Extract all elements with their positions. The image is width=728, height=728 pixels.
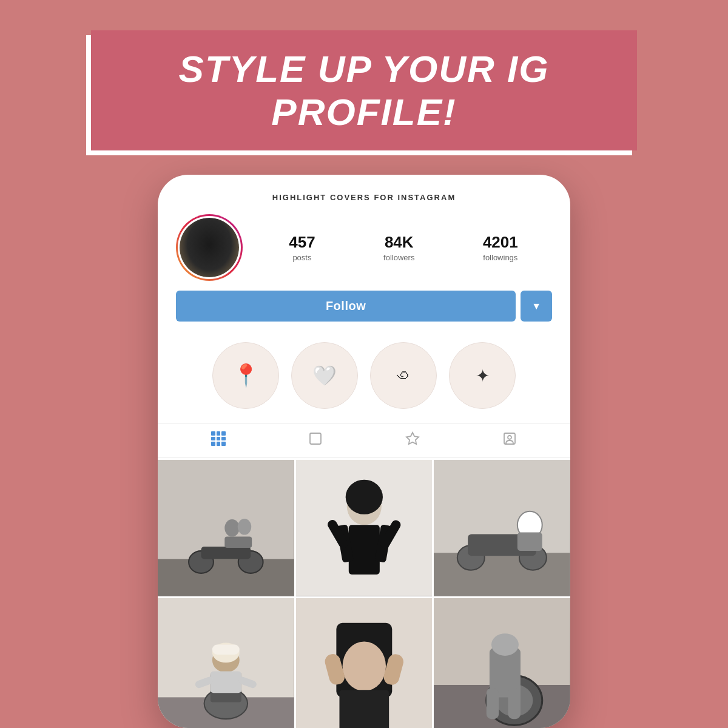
tab-reels[interactable] [308,431,323,450]
followers-label: followers [383,253,414,262]
svg-rect-32 [211,671,241,693]
grid-icon [211,431,226,446]
followings-label: followings [483,253,518,262]
tab-tagged[interactable] [405,431,420,450]
grid-photo-2[interactable] [296,460,433,596]
highlight-location[interactable]: 📍 [212,342,279,409]
svg-point-10 [238,519,251,535]
plant-icon: ꩜ [394,365,413,386]
svg-rect-21 [434,553,570,596]
followings-count: 4201 [483,233,518,252]
profile-header: HIGHLIGHT COVERS FOR INSTAGRAM 457 posts… [158,175,570,281]
followers-count: 84K [383,233,414,252]
tab-bar [158,423,570,458]
banner: STYLE UP YOUR IG PROFILE! [91,30,637,150]
svg-point-9 [224,519,240,537]
highlight-covers-label: HIGHLIGHT COVERS FOR INSTAGRAM [176,193,552,202]
grid-photo-5[interactable] [296,598,433,728]
avatar-photo [180,218,239,277]
svg-point-48 [491,633,519,656]
svg-rect-0 [310,433,321,444]
svg-rect-42 [339,690,389,728]
svg-rect-8 [201,547,251,559]
banner-title: STYLE UP YOUR IG PROFILE! [179,48,550,133]
svg-point-39 [342,641,385,691]
follow-button[interactable]: Follow [176,291,516,322]
tab-profile[interactable] [502,431,517,450]
profile-info-row: 457 posts 84K followers 4201 followings [176,214,552,281]
photo-grid [158,460,570,728]
grid-photo-3[interactable] [434,460,570,596]
svg-point-14 [345,480,382,514]
posts-label: posts [289,253,315,262]
avatar-container [176,214,243,281]
stat-followers: 84K followers [383,233,414,262]
phone-mockup: HIGHLIGHT COVERS FOR INSTAGRAM 457 posts… [158,175,570,728]
stats-row: 457 posts 84K followers 4201 followings [255,233,552,262]
dropdown-button[interactable]: ▼ [521,291,552,322]
svg-rect-15 [348,525,379,575]
svg-rect-34 [212,644,240,654]
stat-followings: 4201 followings [483,233,518,262]
highlights-row: 📍 🤍 ꩜ ✦ [158,336,570,423]
heart-icon: 🤍 [312,364,337,387]
highlight-heart[interactable]: 🤍 [291,342,358,409]
grid-photo-6[interactable] [434,598,570,728]
svg-marker-1 [406,433,419,444]
follow-row: Follow ▼ [158,291,570,322]
banner-wrapper: STYLE UP YOUR IG PROFILE! [91,30,637,150]
svg-rect-50 [508,688,521,719]
tab-grid[interactable] [211,431,226,450]
svg-rect-5 [158,559,294,596]
highlight-sparkle[interactable]: ✦ [449,342,516,409]
svg-rect-49 [487,688,499,719]
highlight-plant[interactable]: ꩜ [370,342,437,409]
avatar [178,216,241,279]
stat-posts: 457 posts [289,233,315,262]
svg-rect-26 [517,532,542,551]
posts-count: 457 [289,233,315,252]
sparkle-icon: ✦ [476,366,490,386]
location-icon: 📍 [232,363,260,388]
svg-rect-11 [224,537,252,548]
svg-point-3 [508,436,511,439]
grid-photo-4[interactable] [158,598,294,728]
grid-photo-1[interactable] [158,460,294,596]
